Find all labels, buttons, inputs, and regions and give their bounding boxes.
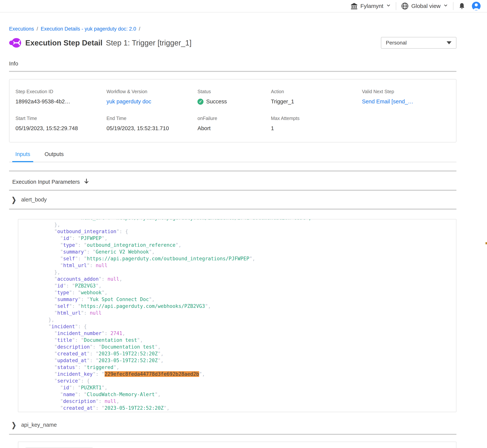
code-line: "service": {: [25, 377, 456, 384]
info-field-value: 1: [271, 125, 362, 131]
chevron-right-icon: ❯: [11, 421, 16, 429]
info-field: ActionTrigger_1: [271, 89, 362, 105]
code-content: "html_url": "https://fylamynt.pagerduty.…: [18, 219, 456, 411]
org-switcher[interactable]: Fylamynt: [350, 2, 391, 10]
params-label: Execution Input Parameters: [12, 179, 80, 185]
code-line: "incident_key": "229efec8feda44778d3fe69…: [25, 371, 456, 377]
info-field: End Time05/19/2023, 15:52:31.710: [106, 116, 197, 131]
code-line: "id": "PZB2VG3",: [25, 282, 456, 289]
tab-baseline: [9, 162, 456, 162]
view-label: Global view: [411, 3, 441, 9]
status-badge: ✓Success: [197, 98, 271, 105]
execution-input-parameters-header: Execution Input Parameters: [9, 178, 456, 186]
scope-select-value: Personal: [386, 40, 407, 46]
info-field-link[interactable]: Send Email [send_…: [362, 98, 450, 105]
top-bar: Fylamynt Global view: [0, 0, 487, 12]
alert-body-json-viewer[interactable]: "html_url": "https://fylamynt.pagerduty.…: [18, 219, 456, 412]
api-key-name-chip[interactable]: documentation api key: [25, 447, 93, 448]
fylamynt-logo-icon: [9, 37, 21, 49]
section-alert-body[interactable]: ❯ alert_body: [9, 196, 456, 203]
section-label: alert_body: [21, 197, 47, 203]
tab-row: InputsOutputs: [9, 151, 456, 162]
code-line: "html_url": null: [25, 262, 456, 269]
tabs: InputsOutputs: [9, 151, 456, 162]
code-line: "created_at": "2023-05-19T22:52:20Z",: [25, 405, 456, 411]
code-line: "html_url": null: [25, 310, 456, 316]
info-field: Max Attempts1: [271, 116, 362, 131]
breadcrumb-link[interactable]: Execution Details - yuk pagerduty doc: 2…: [41, 26, 136, 32]
code-line: "updated_at": "2023-05-19T22:52:20Z",: [25, 357, 456, 364]
code-line: },: [25, 316, 456, 323]
info-field-label: Workflow & Version: [106, 89, 197, 94]
code-line: },: [25, 269, 456, 276]
chevron-right-icon: ❯: [11, 196, 16, 204]
notifications-button[interactable]: [458, 2, 465, 10]
section-api-key-name[interactable]: ❯ api_key_name: [9, 422, 456, 428]
page-subtitle: Step 1: Trigger [trigger_1]: [106, 39, 192, 47]
code-line: "type": "webhook",: [25, 289, 456, 296]
status-text: Success: [206, 98, 227, 105]
code-line: "type": "outbound_integration_reference"…: [25, 242, 456, 248]
chevron-down-icon: [443, 3, 448, 9]
info-field-value: Abort: [197, 125, 271, 131]
code-line: "created_at": "2023-05-19T22:52:20Z",: [25, 350, 456, 357]
code-line: "description": null,: [25, 398, 456, 405]
info-field-value: Trigger_1: [271, 98, 362, 105]
code-line: "html_url": "https://fylamynt.pagerduty.…: [25, 219, 456, 221]
caret-down-icon: [446, 41, 452, 44]
user-avatar[interactable]: [472, 2, 481, 10]
info-field-label: Start Time: [16, 116, 106, 121]
arrow-down-icon[interactable]: [84, 178, 89, 186]
code-line: "summary": "Yuk Spot Connect Doc",: [25, 296, 456, 303]
divider: [9, 434, 456, 435]
bank-icon: [350, 2, 358, 10]
info-field: [362, 116, 450, 131]
info-field-link[interactable]: yuk pagerduty doc: [106, 98, 197, 105]
info-field-label: Max Attempts: [271, 116, 362, 121]
tab-inputs[interactable]: Inputs: [12, 151, 33, 162]
code-line: "incident": {: [25, 323, 456, 330]
info-field-value: 18992a43-9538-4b2…: [16, 98, 106, 105]
code-line: },: [25, 221, 456, 228]
info-field: Status✓Success: [197, 89, 271, 105]
code-line: "outbound_integration": {: [25, 228, 456, 235]
view-switcher[interactable]: Global view: [401, 2, 448, 10]
breadcrumb-separator: /: [139, 26, 140, 32]
code-line: "name": "CloudWatch-Memory-Alert",: [25, 391, 456, 398]
code-line: "status": "triggered",: [25, 364, 456, 371]
success-check-icon: ✓: [197, 99, 203, 105]
info-field-value: 05/19/2023, 15:52:29.748: [16, 125, 106, 131]
org-label: Fylamynt: [360, 3, 383, 9]
topbar-separator: [396, 2, 396, 10]
globe-icon: [401, 2, 409, 10]
breadcrumb-link[interactable]: Executions: [9, 26, 34, 32]
info-field-label: onFailure: [197, 116, 271, 121]
page-header: Execution Step Detail Step 1: Trigger [t…: [9, 37, 456, 49]
info-card: Step Execution ID18992a43-9538-4b2…Workf…: [9, 79, 456, 142]
info-field-label: End Time: [106, 116, 197, 121]
scrollbar-find-marker[interactable]: [486, 242, 487, 244]
code-line: "accounts_addon": null,: [25, 276, 456, 282]
tab-outputs[interactable]: Outputs: [41, 151, 67, 162]
code-line: "id": "PUZKRT1",: [25, 384, 456, 391]
info-field-label: Step Execution ID: [16, 89, 106, 94]
info-field: Valid Next StepSend Email [send_…: [362, 89, 450, 105]
code-line: "self": "https://api.pagerduty.com/outbo…: [25, 255, 456, 262]
chevron-down-icon: [386, 3, 391, 9]
divider: [9, 71, 456, 72]
api-key-name-box: documentation api key: [18, 442, 456, 448]
code-line: "id": "PJFWPEP",: [25, 235, 456, 242]
info-field: Step Execution ID18992a43-9538-4b2…: [16, 89, 106, 105]
code-line: "self": "https://api.pagerduty.com/webho…: [25, 303, 456, 310]
info-field: onFailureAbort: [197, 116, 271, 131]
divider: [9, 190, 456, 191]
topbar-separator: [453, 2, 453, 10]
divider: [9, 209, 456, 209]
section-label: api_key_name: [21, 422, 57, 428]
code-line: "title": "Documentation test",: [25, 337, 456, 344]
code-line: "summary": "Generic V2 Webhook",: [25, 248, 456, 255]
code-line: "incident_number": 2741,: [25, 330, 456, 337]
info-field-label: Action: [271, 89, 362, 94]
code-line: "description": "Documentation test",: [25, 344, 456, 350]
scope-select[interactable]: Personal: [381, 37, 456, 49]
